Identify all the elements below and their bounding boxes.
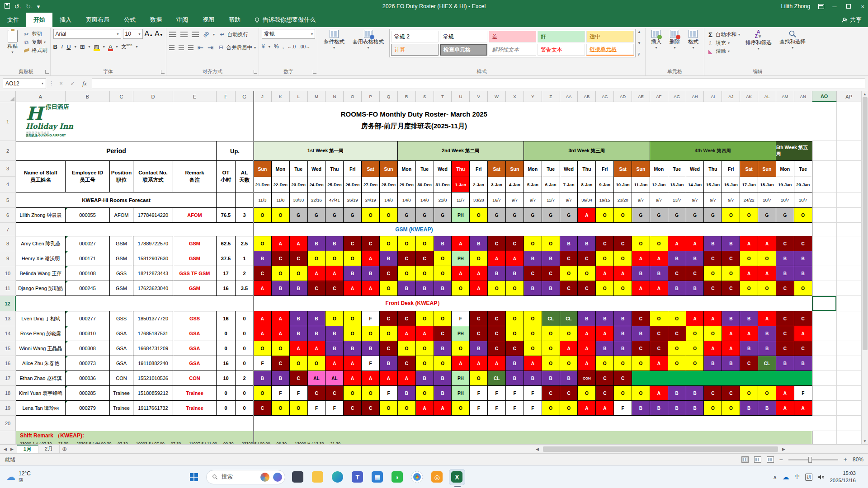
shift-cell[interactable]: B <box>794 251 812 266</box>
shift-cell[interactable]: B <box>362 341 380 356</box>
shift-cell[interactable]: C <box>488 236 506 251</box>
vertical-scrollbar[interactable]: ▲ ▼ <box>861 91 868 444</box>
shift-cell[interactable]: B <box>578 311 596 326</box>
shift-cell[interactable]: O <box>794 208 812 223</box>
shift-cell[interactable]: B <box>290 281 308 296</box>
shift-cell[interactable]: B <box>542 251 560 266</box>
shift-cell[interactable]: O <box>326 251 344 266</box>
find-select-button[interactable]: 查找和选择▾ <box>777 29 808 51</box>
cell[interactable] <box>812 281 837 296</box>
shift-cell[interactable]: O <box>290 356 308 371</box>
shift-cell[interactable]: A <box>686 311 704 326</box>
shift-cell[interactable]: B <box>722 356 740 371</box>
decrease-decimal-icon[interactable]: .00→ <box>299 44 310 49</box>
shift-cell[interactable]: O <box>686 341 704 356</box>
staff-remark[interactable]: Trainee <box>173 386 217 401</box>
shift-cell[interactable]: O <box>722 401 740 416</box>
edge-icon[interactable] <box>330 469 346 485</box>
shift-cell[interactable]: C <box>434 326 452 341</box>
cell[interactable] <box>837 371 862 386</box>
tab-数据[interactable]: 数据 <box>143 13 169 27</box>
shift-cell[interactable]: B <box>686 251 704 266</box>
shift-cell[interactable]: O <box>560 326 578 341</box>
staff-id[interactable]: 000171 <box>66 251 110 266</box>
row-header-6[interactable]: 6 <box>0 208 16 223</box>
shift-cell[interactable]: A <box>290 236 308 251</box>
day-name-cell[interactable]: Tue <box>668 161 686 177</box>
shift-cell[interactable]: O <box>560 266 578 281</box>
shift-cell[interactable]: CL <box>758 356 776 371</box>
shift-cell[interactable]: A <box>578 341 596 356</box>
shift-cell[interactable]: B <box>470 341 488 356</box>
shift-cell[interactable]: C <box>506 341 524 356</box>
tab-文件[interactable]: 文件 <box>0 13 26 27</box>
shift-cell[interactable]: C <box>380 266 398 281</box>
column-header-AH[interactable]: AH <box>686 91 704 102</box>
forecast-cell[interactable]: 9/7 <box>524 192 542 208</box>
shift-cell[interactable]: A <box>272 236 290 251</box>
shift-cell[interactable]: C <box>704 281 722 296</box>
forecast-cell[interactable]: 16/7 <box>488 192 506 208</box>
align-right-icon[interactable] <box>188 45 193 50</box>
week-band-2[interactable]: 2nd Week 第二周 <box>398 141 524 161</box>
shift-cell[interactable]: O <box>290 266 308 281</box>
shift-cell[interactable]: C <box>488 311 506 326</box>
day-name-cell[interactable]: Fri <box>596 161 613 177</box>
staff-id[interactable]: 000036 <box>66 371 110 386</box>
shift-cell[interactable]: B <box>308 311 326 326</box>
day-name-cell[interactable]: Sat <box>740 161 758 177</box>
date-cell[interactable]: 19-Jan <box>776 177 794 192</box>
shift-cell[interactable]: AL <box>326 371 344 386</box>
shift-cell[interactable]: O <box>596 281 614 296</box>
app-orange-icon[interactable]: ◎ <box>429 469 445 485</box>
sort-filter-button[interactable]: AZ▼ 排序和筛选▾ <box>743 29 774 52</box>
shift-cell[interactable]: C <box>776 281 794 296</box>
shift-cell[interactable]: O <box>290 401 308 416</box>
shift-cell[interactable]: O <box>632 236 650 251</box>
delete-cells-button[interactable]: 删除▾ <box>667 29 683 51</box>
horizontal-scrollbar[interactable]: ◀ ▶ <box>533 445 868 453</box>
column-header-R[interactable]: R <box>398 91 416 102</box>
shift-cell[interactable]: O <box>398 236 416 251</box>
shift-cell[interactable]: C <box>362 236 380 251</box>
shift-cell[interactable]: O <box>578 386 596 401</box>
grow-font-button[interactable]: A▲ <box>145 30 153 38</box>
shift-cell[interactable]: A <box>308 341 326 356</box>
shift-cell[interactable]: G <box>776 208 794 223</box>
cell[interactable] <box>837 141 862 161</box>
shift-cell[interactable]: O <box>470 251 488 266</box>
cell[interactable] <box>837 192 862 208</box>
row-header-7[interactable]: 7 <box>0 223 16 236</box>
shift-cell[interactable]: G <box>524 208 542 223</box>
shift-cell[interactable]: C <box>362 401 380 416</box>
shift-cell[interactable]: B <box>614 326 632 341</box>
shift-cell[interactable]: B <box>416 281 434 296</box>
tab-页面布局[interactable]: 页面布局 <box>79 13 117 27</box>
shift-cell[interactable]: A <box>452 266 470 281</box>
staff-al[interactable]: 0 <box>236 326 254 341</box>
shift-cell[interactable]: C <box>632 311 650 326</box>
shift-cell[interactable]: B <box>794 266 812 281</box>
shift-cell[interactable]: O <box>254 386 272 401</box>
redo-icon[interactable]: ↻▾ <box>26 3 33 10</box>
day-name-cell[interactable]: Thu <box>452 161 469 177</box>
shift-cell[interactable]: C <box>668 326 686 341</box>
shift-cell[interactable]: A <box>758 266 776 281</box>
shift-cell[interactable]: O <box>704 401 722 416</box>
shift-cell[interactable]: A <box>470 356 488 371</box>
forecast-cell[interactable]: 9/7 <box>632 192 650 208</box>
staff-name[interactable]: Lven Ding 丁相斌 <box>16 311 66 326</box>
column-header-AP[interactable]: AP <box>837 91 862 102</box>
row-header-13[interactable]: 13 <box>0 311 16 326</box>
weather-widget[interactable]: ☁ 12°C 阴 <box>0 470 37 483</box>
shift-cell[interactable]: G <box>686 208 704 223</box>
day-name-cell[interactable]: Tue <box>542 161 560 177</box>
shift-cell[interactable]: B <box>506 356 524 371</box>
shift-cell[interactable]: O <box>488 281 506 296</box>
day-name-cell[interactable]: Fri <box>722 161 740 177</box>
column-header-AG[interactable]: AG <box>668 91 686 102</box>
increase-indent-icon[interactable]: ⇥ <box>208 43 213 52</box>
shift-cell[interactable]: B <box>344 341 362 356</box>
shift-cell[interactable]: F <box>272 386 290 401</box>
shift-cell[interactable]: A <box>488 356 506 371</box>
